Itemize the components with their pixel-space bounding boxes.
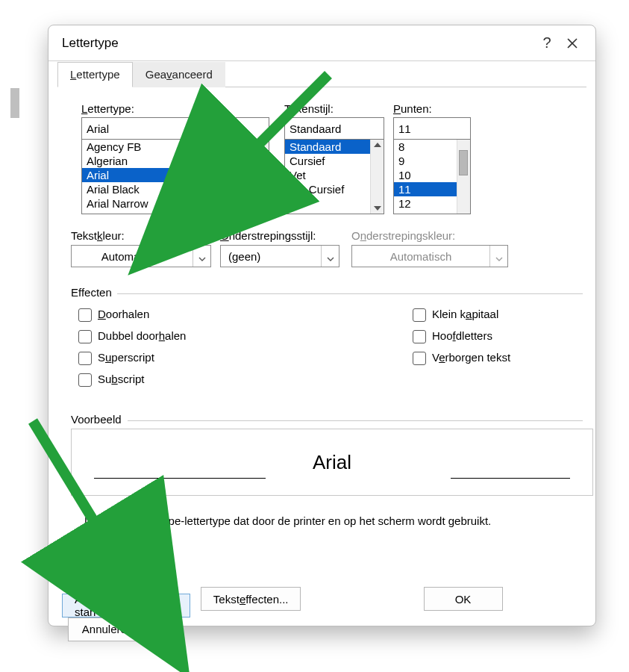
list-item[interactable]: Arial xyxy=(82,168,269,182)
preview-group: Voorbeeld Arial xyxy=(71,413,593,496)
titlebar: Lettertype ? xyxy=(48,25,595,61)
tab-font[interactable]: Lettertype xyxy=(57,62,133,87)
style-input[interactable] xyxy=(284,117,384,140)
list-item[interactable]: Vet Cursief xyxy=(285,182,384,196)
understyle-combo[interactable]: (geen) xyxy=(220,245,339,267)
chevron-down-icon xyxy=(193,246,210,267)
undercolor-combo: Automatisch xyxy=(351,245,508,267)
checkbox-strikethrough[interactable]: Doorhalen xyxy=(78,304,186,326)
style-label: Tekenstijl: xyxy=(284,102,384,117)
combo-value: Automatisch xyxy=(72,250,193,263)
size-input[interactable] xyxy=(393,117,471,140)
effects-group: Effecten Doorhalen Dubbel doorhalen Supe… xyxy=(71,286,593,299)
list-item[interactable]: Standaard xyxy=(285,140,384,154)
size-list[interactable]: 8 9 10 11 12 xyxy=(393,140,471,214)
size-label: Punten: xyxy=(393,102,471,117)
checkbox-superscript[interactable]: Superscript xyxy=(78,347,186,369)
font-input[interactable] xyxy=(81,117,269,140)
list-item[interactable]: Arial Narrow xyxy=(82,196,269,211)
font-list[interactable]: Agency FB Algerian Arial Arial Black Ari… xyxy=(81,140,269,214)
text-effects-button[interactable]: Teksteffecten... xyxy=(201,587,301,611)
font-dialog: Lettertype ? Lettertype Geavanceerd Lett… xyxy=(48,25,596,626)
style-list[interactable]: Standaard Cursief Vet Vet Cursief xyxy=(284,140,384,214)
checkbox-subscript[interactable]: Subscript xyxy=(78,369,186,391)
scrollbar[interactable] xyxy=(457,140,470,214)
preview-sample: Arial xyxy=(313,451,351,474)
preview-box: Arial xyxy=(71,429,593,496)
chevron-down-icon xyxy=(489,246,507,267)
combo-value: Automatisch xyxy=(352,250,489,263)
chevron-down-icon xyxy=(321,246,339,267)
list-item[interactable]: Arial Black xyxy=(82,182,269,196)
dialog-buttons: Als standaard instellen Teksteffecten...… xyxy=(62,587,582,614)
effects-title: Effecten xyxy=(71,286,112,299)
preview-hint: Dit is een TrueType-lettertype dat door … xyxy=(84,514,607,527)
tab-advanced[interactable]: Geavanceerd xyxy=(133,62,225,87)
list-item[interactable]: Agency FB xyxy=(82,140,269,154)
set-default-button[interactable]: Als standaard instellen xyxy=(62,594,190,617)
checkbox-smallcaps[interactable]: Klein kapitaal xyxy=(413,304,510,326)
list-item[interactable]: Vet xyxy=(285,168,384,182)
ok-button[interactable]: OK xyxy=(424,587,503,611)
combo-value: (geen) xyxy=(221,250,321,263)
dialog-title: Lettertype xyxy=(62,36,119,51)
cancel-button[interactable]: Annuleren xyxy=(68,617,147,641)
close-icon[interactable] xyxy=(560,31,585,56)
tabs: Lettertype Geavanceerd xyxy=(57,61,586,87)
preview-title: Voorbeeld xyxy=(71,413,122,426)
list-item[interactable]: Cursief xyxy=(285,154,384,168)
list-item[interactable]: Algerian xyxy=(82,154,269,168)
scrollbar[interactable] xyxy=(370,140,384,214)
checkbox-dbl-strikethrough[interactable]: Dubbel doorhalen xyxy=(78,326,186,347)
font-label: Lettertype: xyxy=(81,102,269,117)
checkbox-allcaps[interactable]: Hoofdletters xyxy=(413,326,510,347)
doc-margin-handle xyxy=(10,88,19,118)
textcolor-combo[interactable]: Automatisch xyxy=(71,245,211,267)
textcolor-label: Tekstkleur: xyxy=(71,229,125,242)
help-icon[interactable]: ? xyxy=(534,31,560,56)
checkbox-hidden[interactable]: Verborgen tekst xyxy=(413,347,510,369)
undercolor-label: Onderstrepingskleur: xyxy=(351,229,455,242)
understyle-label: Onderstrepingsstijl: xyxy=(220,229,316,242)
scrollbar[interactable] xyxy=(255,140,269,214)
